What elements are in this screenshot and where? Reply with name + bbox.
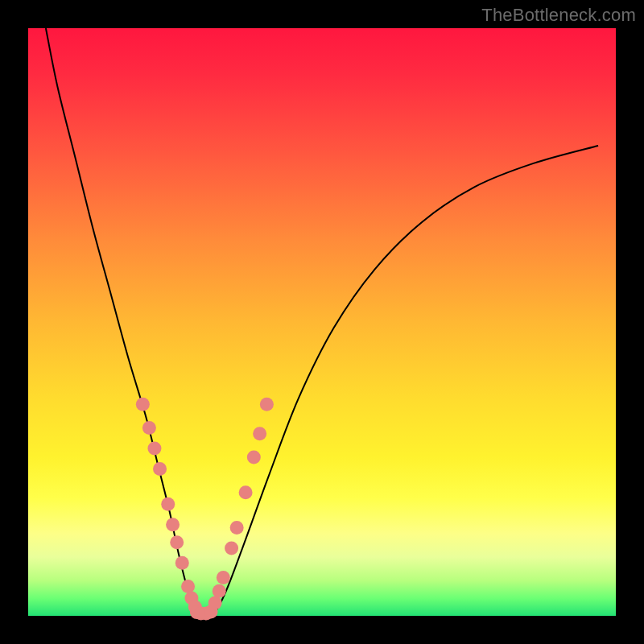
marker-dot bbox=[170, 535, 184, 549]
marker-dot bbox=[153, 462, 167, 476]
marker-dots bbox=[136, 398, 274, 621]
watermark-text: TheBottleneck.com bbox=[481, 5, 636, 26]
marker-dot bbox=[260, 398, 274, 411]
marker-dot bbox=[239, 485, 253, 499]
bottleneck-curve bbox=[28, 28, 616, 616]
chart-frame: TheBottleneck.com bbox=[0, 0, 644, 644]
marker-dot bbox=[161, 497, 175, 511]
marker-dot bbox=[147, 441, 161, 455]
marker-dot bbox=[225, 542, 238, 555]
marker-dot bbox=[136, 398, 150, 411]
plot-area bbox=[28, 28, 616, 616]
marker-dot bbox=[253, 427, 266, 440]
marker-dot bbox=[208, 596, 222, 609]
curve-path bbox=[46, 28, 598, 616]
marker-dot bbox=[181, 580, 195, 593]
marker-dot bbox=[217, 571, 230, 584]
marker-dot bbox=[230, 521, 244, 535]
marker-dot bbox=[213, 584, 226, 598]
marker-dot bbox=[142, 421, 156, 435]
marker-dot bbox=[175, 556, 189, 570]
marker-dot bbox=[247, 450, 261, 464]
marker-dot bbox=[166, 518, 180, 531]
